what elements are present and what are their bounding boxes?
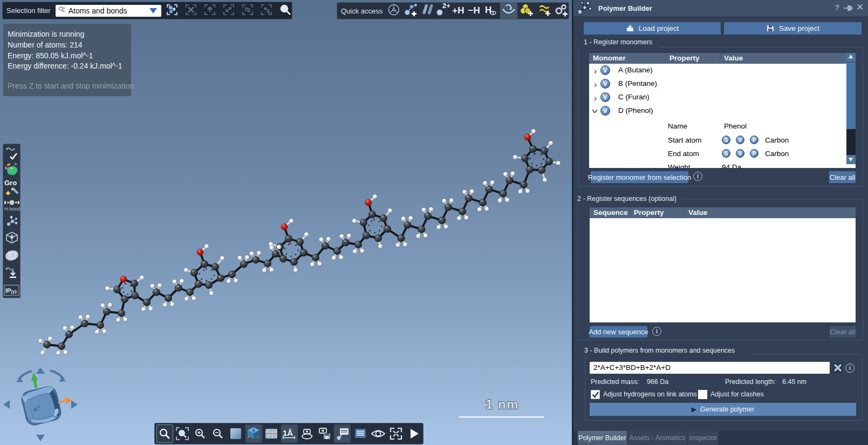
svg-text:1 nm: 1 nm xyxy=(486,397,519,412)
svg-text:H-bond: H-bond xyxy=(4,206,20,212)
svg-text:1Å: 1Å xyxy=(283,428,293,437)
svg-text:2+: 2+ xyxy=(442,3,450,10)
svg-text:Gro: Gro xyxy=(4,179,17,187)
svg-text:IP[y]:: IP[y]: xyxy=(5,287,18,294)
